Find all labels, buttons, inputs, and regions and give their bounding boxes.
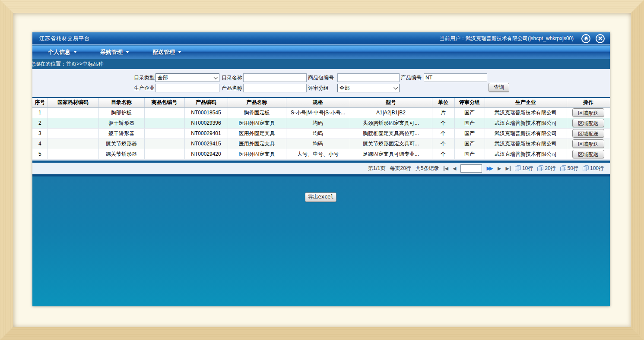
- package-code-input[interactable]: [337, 73, 400, 82]
- cell-manufacturer: 武汉克瑞普新技术有限公司: [485, 149, 567, 159]
- product-name-input[interactable]: [243, 84, 307, 92]
- cell-product-code: NT00029401: [184, 128, 228, 139]
- chevron-down-icon: [393, 85, 398, 90]
- cell-action: 区域配送: [567, 118, 610, 128]
- review-group-select[interactable]: 全部: [337, 84, 400, 92]
- cell-unit: 个: [432, 139, 454, 149]
- cell-seq: 2: [32, 118, 48, 128]
- menu-item-purchase-mgmt[interactable]: 采购管理: [92, 48, 137, 56]
- cell-review-group: 国产: [454, 139, 485, 149]
- cell-national-code: [48, 128, 98, 139]
- cell-package-code: [144, 128, 184, 139]
- menu-item-delivery-mgmt[interactable]: 配送管理: [145, 48, 189, 56]
- column-header-spec: 规格: [286, 98, 350, 107]
- column-header-product-code: 产品编码: [184, 98, 228, 107]
- cell-catalog-name: 膝关节矫形器: [98, 139, 144, 149]
- catalog-name-input[interactable]: [243, 73, 307, 82]
- region-delivery-button[interactable]: 区域配送: [572, 139, 604, 148]
- cell-action: 区域配送: [567, 107, 610, 118]
- cell-spec: 均码: [286, 139, 350, 149]
- region-delivery-button[interactable]: 区域配送: [572, 108, 604, 117]
- product-code-input[interactable]: [424, 73, 487, 82]
- last-page-button[interactable]: ▶: [505, 166, 510, 171]
- cell-review-group: 国产: [454, 149, 485, 159]
- cell-national-code: [48, 118, 98, 128]
- menu-item-label: 个人信息: [48, 48, 70, 56]
- page-size-100-button[interactable]: 100行: [583, 165, 604, 172]
- cell-catalog-name: 胸部护板: [98, 107, 144, 118]
- page-size-label: 10行: [522, 165, 533, 172]
- catalog-type-label: 目录类型: [134, 73, 155, 82]
- cell-unit: 个: [432, 149, 454, 159]
- cell-catalog-name: 躯干矫形器: [98, 128, 144, 139]
- pages-icon: [537, 165, 544, 172]
- table-row: 5踝关节矫形器NT00029420医用外固定支具大号、中号、小号足踝固定支具可调…: [32, 149, 610, 159]
- region-delivery-button[interactable]: 区域配送: [572, 150, 604, 158]
- close-icon[interactable]: [596, 34, 605, 43]
- column-header-manufacturer: 生产企业: [485, 98, 567, 107]
- prev-page-button[interactable]: ◀: [453, 166, 456, 171]
- cell-product-name: 医用外固定支具: [228, 128, 286, 139]
- cell-action: 区域配送: [567, 149, 610, 159]
- cell-model: A1|A2|B1|B2: [350, 107, 432, 118]
- breadcrumb: 您现在的位置：首页>>中标品种: [32, 59, 610, 69]
- chevron-down-icon: [126, 51, 129, 53]
- cell-product-code: NT00029396: [184, 118, 228, 128]
- catalog-type-selected-value: 全部: [158, 75, 168, 81]
- pagination-bar: 第1/1页 每页20行 共5条记录 ◀ ◀ ▶▶ ▶ ▶ 10行 20行 50行…: [32, 163, 610, 174]
- cell-seq: 5: [32, 149, 48, 159]
- cell-manufacturer: 武汉克瑞普新技术有限公司: [485, 118, 567, 128]
- column-header-package-code: 商品包编号: [144, 98, 184, 107]
- package-code-label: 商品包编号: [308, 73, 334, 82]
- cell-package-code: [144, 139, 184, 149]
- cell-manufacturer: 武汉克瑞普新技术有限公司: [485, 107, 567, 118]
- cell-spec: 大号、中号、小号: [286, 149, 350, 159]
- page-jump-input[interactable]: [460, 164, 482, 173]
- page-size-50-button[interactable]: 50行: [560, 165, 578, 172]
- go-to-page-button[interactable]: ▶▶: [486, 165, 493, 171]
- results-table: 序号国家耗材编码目录名称商品包编号产品编码产品名称规格型号单位评审分组生产企业操…: [32, 98, 610, 160]
- page-size-10-button[interactable]: 10行: [515, 165, 533, 172]
- cell-seq: 4: [32, 139, 48, 149]
- region-delivery-button[interactable]: 区域配送: [572, 129, 604, 138]
- table-row: 3躯干矫形器NT00029401医用外固定支具均码胸腰椎固定支具高位可...个国…: [32, 128, 610, 139]
- export-excel-button[interactable]: 导出excel: [305, 192, 336, 202]
- pages-icon: [515, 165, 521, 172]
- cell-unit: 个: [432, 118, 454, 128]
- review-group-selected-value: 全部: [339, 85, 350, 91]
- column-header-review-group: 评审分组: [454, 98, 485, 107]
- table-body: 1胸部护板NT00018545胸骨固定板S-小号|M-中号|S-小号...A1|…: [32, 107, 610, 159]
- cell-spec: 均码: [286, 128, 350, 139]
- product-code-label: 产品编号: [401, 73, 422, 82]
- current-user-label: 当前用户：武汉克瑞普新技术有限公司(jshcpt_whkrpxjs00): [440, 35, 574, 42]
- region-delivery-button[interactable]: 区域配送: [572, 119, 604, 127]
- cell-national-code: [48, 107, 98, 118]
- cell-unit: 片: [432, 107, 454, 118]
- next-page-button[interactable]: ▶: [498, 166, 501, 171]
- table-row: 1胸部护板NT00018545胸骨固定板S-小号|M-中号|S-小号...A1|…: [32, 107, 610, 118]
- chevron-down-icon: [73, 51, 77, 53]
- page-footer-area: 导出excel: [32, 176, 610, 307]
- cell-unit: 个: [432, 128, 454, 139]
- cell-action: 区域配送: [567, 128, 610, 139]
- catalog-type-select[interactable]: 全部: [155, 73, 219, 82]
- query-button[interactable]: 查询: [489, 83, 509, 92]
- cell-spec: 均码: [286, 118, 350, 128]
- cell-catalog-name: 踝关节矫形器: [98, 149, 144, 159]
- column-header-catalog-name: 目录名称: [98, 98, 144, 107]
- first-page-button[interactable]: ◀: [444, 166, 448, 171]
- cell-manufacturer: 武汉克瑞普新技术有限公司: [485, 128, 567, 139]
- cell-national-code: [48, 149, 98, 159]
- cell-seq: 1: [32, 107, 48, 118]
- page-size-20-button[interactable]: 20行: [537, 165, 555, 172]
- page-info: 第1/1页: [368, 165, 386, 172]
- column-header-model: 型号: [350, 98, 432, 107]
- menu-item-personal-info[interactable]: 个人信息: [40, 48, 85, 56]
- page-size-label: 100行: [590, 165, 604, 172]
- cell-package-code: [144, 149, 184, 159]
- cell-national-code: [48, 139, 98, 149]
- cell-seq: 3: [32, 128, 48, 139]
- total-records: 共5条记录: [416, 165, 439, 172]
- manufacturer-input[interactable]: [155, 84, 219, 92]
- home-icon[interactable]: [581, 34, 590, 43]
